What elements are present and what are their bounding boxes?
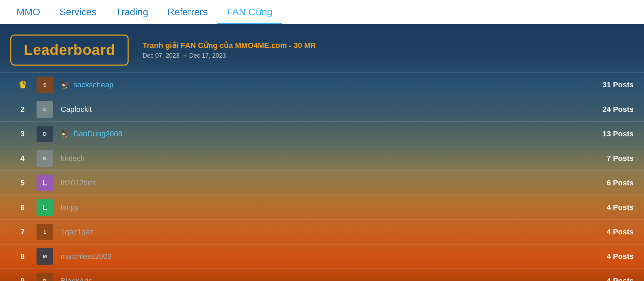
posts-count: 4 Posts bbox=[592, 252, 634, 261]
avatar-image: 1 bbox=[37, 224, 53, 240]
username-col: 🦅sockscheap bbox=[61, 80, 592, 89]
leaderboard-title-box: Leaderboard bbox=[10, 35, 129, 66]
username-col: Caplockit bbox=[61, 105, 592, 114]
posts-count: 24 Posts bbox=[592, 105, 634, 114]
avatar: D bbox=[34, 125, 55, 143]
rank-cell: 4 bbox=[10, 154, 34, 163]
username-col: BlackAds bbox=[61, 277, 592, 281]
posts-count: 4 Posts bbox=[592, 203, 634, 212]
username[interactable]: DaoDung2008 bbox=[73, 129, 122, 138]
avatar-letter: L bbox=[37, 175, 53, 191]
date-range: Dec 07, 2023 → Dec 17, 2023 bbox=[142, 52, 316, 59]
username-col: 🦅DaoDung2008 bbox=[61, 129, 592, 138]
username[interactable]: kintech bbox=[61, 154, 85, 163]
main-content: Leaderboard Tranh giải FAN Cứng của MMO4… bbox=[0, 24, 644, 281]
tab-referrers[interactable]: Referrers bbox=[158, 0, 218, 24]
rank-cell: 9 bbox=[10, 277, 34, 281]
tab-fan-cung[interactable]: FAN Cứng bbox=[217, 0, 282, 24]
username[interactable]: lanpy bbox=[61, 203, 79, 212]
posts-count: 4 Posts bbox=[592, 277, 634, 281]
username[interactable]: 1qaz1qaz bbox=[61, 227, 93, 236]
avatar-image: C bbox=[37, 101, 53, 118]
leaderboard-info: Tranh giải FAN Cứng của MMO4ME.com - 30 … bbox=[142, 41, 316, 59]
avatar: L bbox=[34, 199, 55, 216]
wings-icon: 🦅 bbox=[61, 129, 70, 138]
leaderboard-header: Leaderboard Tranh giải FAN Cứng của MMO4… bbox=[0, 24, 644, 72]
avatar: B bbox=[34, 272, 55, 281]
avatar-letter: L bbox=[37, 199, 53, 216]
rank-cell: ♛ bbox=[10, 79, 34, 91]
table-row: 5Lltt2012bmt6 Posts bbox=[0, 171, 644, 195]
username[interactable]: BlackAds bbox=[61, 277, 92, 281]
username[interactable]: sockscheap bbox=[73, 80, 113, 89]
table-row: ♛S🦅sockscheap31 Posts bbox=[0, 72, 644, 97]
tab-services[interactable]: Services bbox=[50, 0, 106, 24]
avatar-image: M bbox=[37, 248, 53, 265]
rank-cell: 8 bbox=[10, 252, 34, 261]
username-col: matchless2003 bbox=[61, 252, 592, 261]
rank-cell: 7 bbox=[10, 227, 34, 236]
posts-count: 6 Posts bbox=[592, 178, 634, 187]
username[interactable]: Caplockit bbox=[61, 105, 92, 114]
posts-count: 13 Posts bbox=[592, 129, 634, 138]
table-row: 711qaz1qaz4 Posts bbox=[0, 220, 644, 244]
posts-count: 7 Posts bbox=[592, 154, 634, 163]
wings-icon: 🦅 bbox=[61, 80, 70, 89]
rank-cell: 6 bbox=[10, 203, 34, 212]
username-col: kintech bbox=[61, 154, 592, 163]
avatar-image: D bbox=[37, 126, 53, 142]
posts-count: 4 Posts bbox=[592, 227, 634, 236]
rank-cell: 5 bbox=[10, 178, 34, 187]
rank-cell: 2 bbox=[10, 105, 34, 114]
table-row: 4Kkintech7 Posts bbox=[0, 146, 644, 171]
tab-mmo[interactable]: MMO bbox=[7, 0, 50, 24]
table-row: 8Mmatchless20034 Posts bbox=[0, 244, 644, 269]
avatar: C bbox=[34, 101, 55, 118]
avatar: K bbox=[34, 150, 55, 167]
username-col: 1qaz1qaz bbox=[61, 227, 592, 236]
leaderboard-table: ♛S🦅sockscheap31 Posts2CCaplockit24 Posts… bbox=[0, 72, 644, 281]
username[interactable]: ltt2012bmt bbox=[61, 178, 96, 187]
username-col: ltt2012bmt bbox=[61, 178, 592, 187]
table-row: 9BBlackAds4 Posts bbox=[0, 269, 644, 281]
tab-bar: MMO Services Trading Referrers FAN Cứng bbox=[0, 0, 644, 24]
crown-icon: ♛ bbox=[18, 80, 27, 90]
table-row: 3D🦅DaoDung200813 Posts bbox=[0, 122, 644, 146]
avatar-image: K bbox=[37, 150, 53, 167]
avatar: L bbox=[34, 174, 55, 192]
tab-trading[interactable]: Trading bbox=[106, 0, 158, 24]
posts-count: 31 Posts bbox=[592, 80, 634, 89]
avatar-image: S bbox=[37, 77, 53, 93]
table-row: 2CCaplockit24 Posts bbox=[0, 97, 644, 122]
rank-cell: 3 bbox=[10, 129, 34, 138]
avatar: S bbox=[34, 76, 55, 94]
tournament-name: Tranh giải FAN Cứng của MMO4ME.com - 30 … bbox=[142, 41, 316, 50]
username[interactable]: matchless2003 bbox=[61, 252, 112, 261]
table-row: 6Llanpy4 Posts bbox=[0, 195, 644, 220]
username-col: lanpy bbox=[61, 203, 592, 212]
avatar-image: B bbox=[37, 273, 53, 281]
avatar: M bbox=[34, 248, 55, 265]
avatar: 1 bbox=[34, 223, 55, 241]
